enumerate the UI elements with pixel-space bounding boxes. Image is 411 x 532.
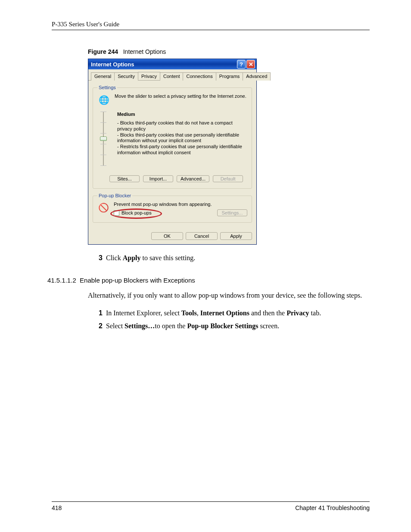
apply-button[interactable]: Apply	[220, 232, 252, 240]
step-text-b: Apply	[123, 254, 141, 261]
default-button[interactable]: Default	[213, 175, 243, 182]
import-button[interactable]: Import...	[143, 175, 173, 182]
step-list-after-figure: 3 Click Apply to save this setting.	[97, 253, 370, 263]
globe-icon: 🌐	[97, 93, 110, 106]
popup-legend: Pop-up Blocker	[97, 193, 132, 198]
popup-settings-button[interactable]: Settings...	[217, 209, 247, 216]
step-text-c: to save this setting.	[140, 254, 195, 261]
privacy-description: - Blocks third-party cookies that do not…	[117, 120, 247, 156]
cancel-button[interactable]: Cancel	[186, 232, 218, 240]
subsection-title: Enable pop-up Blockers with Exceptions	[80, 277, 195, 284]
step-number: 2	[97, 321, 103, 331]
close-button[interactable]: ✕	[246, 60, 255, 68]
page-number: 418	[52, 504, 62, 511]
step-3: 3 Click Apply to save this setting.	[97, 253, 370, 263]
top-rule	[52, 30, 370, 30]
step-list-section: 1 In Internet Explorer, select Tools, In…	[97, 308, 370, 330]
tab-strip: General Security Privacy Content Connect…	[88, 69, 256, 81]
internet-options-dialog: Internet Options ? ✕ General Security Pr…	[88, 59, 257, 245]
step-text-a: Click	[106, 254, 123, 261]
tab-programs[interactable]: Programs	[216, 72, 243, 81]
figure-number: Figure 244	[88, 48, 118, 55]
tab-advanced[interactable]: Advanced	[243, 72, 271, 81]
titlebar[interactable]: Internet Options ? ✕	[88, 59, 256, 69]
bottom-rule	[52, 501, 370, 502]
advanced-button[interactable]: Advanced...	[177, 175, 209, 182]
tab-general[interactable]: General	[91, 72, 115, 81]
popup-blocker-group: Pop-up Blocker 🚫 Prevent most pop-up win…	[93, 193, 252, 223]
privacy-slider[interactable]	[99, 112, 108, 166]
tab-privacy[interactable]: Privacy	[138, 72, 160, 80]
tab-security[interactable]: Security	[114, 72, 138, 81]
ok-button[interactable]: OK	[151, 232, 183, 240]
popup-intro: Prevent most pop-up windows from appeari…	[114, 202, 247, 207]
settings-group: Settings 🌐 Move the slider to select a p…	[93, 85, 252, 189]
settings-legend: Settings	[97, 85, 117, 90]
section-paragraph: Alternatively, if you only want to allow…	[88, 291, 370, 300]
step-1: 1 In Internet Explorer, select Tools, In…	[97, 308, 370, 318]
figure-caption: Figure 244 Internet Options	[88, 48, 370, 55]
help-button[interactable]: ?	[237, 60, 246, 68]
block-popups-check-wrap[interactable]: Block pop-ups	[114, 210, 152, 216]
running-header: P-335 Series User's Guide	[52, 21, 370, 28]
page-footer: 418 Chapter 41 Troubleshooting	[52, 501, 370, 511]
settings-intro: Move the slider to select a privacy sett…	[115, 93, 246, 99]
block-popups-label: Block pop-ups	[121, 210, 152, 215]
step-2: 2 Select Settings…to open the Pop-up Blo…	[97, 321, 370, 331]
block-popups-checkbox[interactable]	[114, 210, 119, 216]
dialog-button-row: OK Cancel Apply	[88, 230, 256, 244]
subsection-heading: 41.5.1.1.2 Enable pop-up Blockers with E…	[47, 277, 370, 284]
slider-thumb[interactable]	[100, 137, 107, 141]
subsection-number: 41.5.1.1.2	[47, 277, 76, 284]
figure-title: Internet Options	[123, 48, 166, 55]
block-icon: 🚫	[97, 202, 109, 214]
dialog-title: Internet Options	[91, 61, 134, 68]
privacy-level: Medium	[117, 112, 247, 117]
chapter-label: Chapter 41 Troubleshooting	[295, 504, 370, 511]
tab-content[interactable]: Content	[160, 72, 184, 81]
tab-connections[interactable]: Connections	[183, 72, 216, 81]
step-number: 1	[97, 308, 103, 318]
sites-button[interactable]: Sites...	[109, 175, 140, 182]
step-number: 3	[97, 253, 103, 263]
